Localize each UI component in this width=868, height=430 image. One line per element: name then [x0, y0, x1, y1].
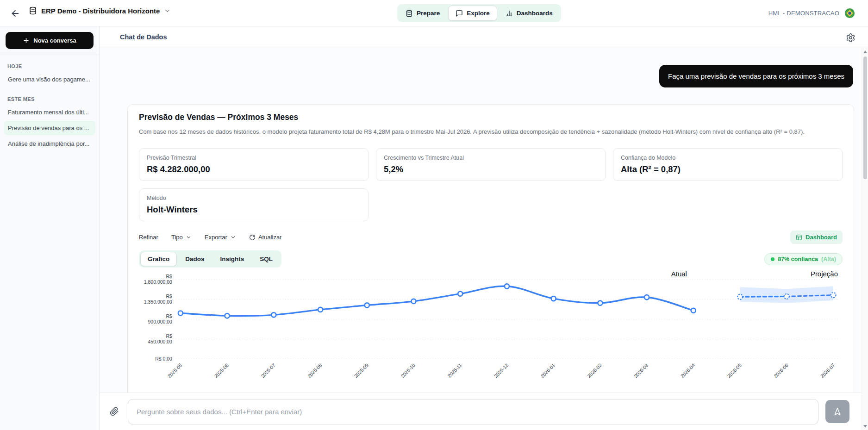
metric-label: Confiança do Modelo [621, 155, 835, 161]
environment-label: HML - DEMONSTRACAO [768, 10, 839, 17]
metric-card-method: Método Holt-Winters [139, 188, 368, 221]
svg-text:2025-08: 2025-08 [306, 362, 323, 379]
chat-title: Chat de Dados [120, 33, 167, 41]
svg-text:2025-07: 2025-07 [260, 362, 276, 379]
metric-label: Previsão Trimestral [147, 155, 361, 161]
conversation-sidebar: Nova conversa HOJE Gere uma visão dos pa… [0, 26, 100, 430]
vertical-scrollbar[interactable] [862, 48, 868, 430]
confidence-text: 87% confianca [778, 256, 818, 262]
add-to-dashboard-button[interactable]: Dashboard [790, 231, 843, 244]
svg-text:2026-02: 2026-02 [586, 362, 603, 379]
tab-explore[interactable]: Explore [448, 6, 497, 21]
svg-text:2025-06: 2025-06 [213, 362, 230, 379]
prompt-input[interactable] [128, 399, 818, 424]
app-title: ERP Demo - Distribuidora Horizonte [41, 7, 160, 15]
send-icon [833, 407, 842, 416]
svg-text:R$1.800.000,00: R$1.800.000,00 [144, 274, 172, 285]
message-composer [100, 393, 868, 430]
svg-text:2026-03: 2026-03 [633, 362, 649, 379]
tab-sql[interactable]: SQL [252, 252, 280, 266]
result-toolbar: Refinar Tipo Exportar Atualizar Das [139, 231, 843, 244]
conversation-item[interactable]: Gere uma visão dos pagame... [4, 72, 95, 87]
metric-card-growth: Crescimento vs Trimestre Atual 5,2% [376, 148, 606, 181]
forecast-report-card: Previsão de Vendas — Próximos 3 Meses Co… [127, 104, 854, 393]
actual-point-marker [225, 313, 230, 318]
confidence-badge: 87% confianca (Alta) [764, 253, 843, 265]
dashboard-label: Dashboard [806, 234, 837, 241]
export-dropdown[interactable]: Exportar [205, 234, 236, 241]
confidence-suffix: (Alta) [821, 256, 836, 262]
user-message-bubble: Faça uma previsão de vendas para os próx… [659, 65, 853, 87]
svg-text:R$450.000,00: R$450.000,00 [148, 333, 173, 344]
actual-point-marker [505, 284, 509, 289]
tab-explore-label: Explore [467, 10, 490, 17]
conversation-item[interactable]: Faturamento mensal dos últi... [4, 105, 95, 119]
projection-point-marker [831, 293, 836, 298]
brazil-flag-badge [844, 8, 855, 19]
back-button[interactable] [10, 7, 22, 19]
paperclip-icon [110, 407, 119, 416]
tab-dashboards[interactable]: Dashboards [499, 6, 560, 21]
tab-chart[interactable]: Grafico [140, 252, 177, 266]
plus-icon [23, 37, 30, 44]
svg-text:2026-05: 2026-05 [726, 362, 743, 379]
chat-bubble-icon [456, 10, 463, 17]
svg-text:2025-09: 2025-09 [353, 362, 370, 379]
dataset-switcher[interactable]: ERP Demo - Distribuidora Horizonte [29, 6, 171, 15]
tab-insights[interactable]: Insights [213, 252, 252, 266]
actual-point-marker [644, 295, 649, 299]
send-button[interactable] [825, 400, 849, 423]
refine-button[interactable]: Refinar [139, 234, 158, 241]
tab-data[interactable]: Dados [178, 252, 212, 266]
section-title-this-month: ESTE MES [0, 88, 99, 104]
refresh-button[interactable]: Atualizar [249, 234, 282, 241]
type-label: Tipo [171, 234, 183, 241]
database-icon [29, 6, 37, 15]
gear-icon [846, 33, 856, 43]
export-label: Exportar [205, 234, 227, 241]
svg-text:2025-05: 2025-05 [167, 362, 183, 379]
chart-container: R$ 0,00R$450.000,00R$900.000,00R$1.350.0… [139, 269, 843, 385]
metric-card-forecast: Previsão Trimestral R$ 4.282.000,00 [139, 148, 368, 181]
tab-prepare[interactable]: Prepare [399, 6, 447, 21]
svg-text:2025-10: 2025-10 [400, 362, 416, 379]
metric-value: Holt-Winters [147, 205, 361, 215]
svg-text:2026-04: 2026-04 [680, 362, 696, 379]
svg-text:R$1.350.000,00: R$1.350.000,00 [144, 293, 172, 305]
database-icon [406, 10, 413, 17]
sales-forecast-chart: R$ 0,00R$450.000,00R$900.000,00R$1.350.0… [139, 269, 843, 385]
report-description: Com base nos 12 meses de dados histórico… [139, 127, 824, 137]
metric-label: Crescimento vs Trimestre Atual [384, 155, 598, 161]
scroll-up-arrow[interactable] [863, 50, 867, 53]
type-dropdown[interactable]: Tipo [171, 234, 192, 241]
refresh-label: Atualizar [258, 234, 282, 241]
series-annotation: Atual [671, 270, 687, 278]
scrollbar-thumb[interactable] [863, 56, 867, 179]
attach-file-button[interactable] [110, 406, 121, 417]
conversation-item-active[interactable]: Previsão de vendas para os ... [4, 121, 95, 135]
chevron-down-icon [186, 234, 192, 240]
chevron-down-icon [230, 234, 236, 240]
new-conversation-button[interactable]: Nova conversa [6, 32, 94, 49]
settings-button[interactable] [846, 32, 856, 43]
report-title: Previsão de Vendas — Próximos 3 Meses [139, 112, 843, 122]
actual-point-marker [691, 308, 696, 313]
scroll-down-arrow[interactable] [863, 425, 867, 428]
actual-point-marker [458, 292, 462, 296]
metric-value: R$ 4.282.000,00 [147, 164, 361, 174]
tab-prepare-label: Prepare [417, 10, 440, 17]
actual-point-marker [598, 301, 602, 305]
projection-point-marker [737, 294, 743, 299]
actual-point-marker [318, 307, 323, 312]
series-annotation: Projeção [811, 270, 838, 278]
conversation-item[interactable]: Análise de inadimplência por... [4, 137, 95, 151]
actual-point-marker [178, 311, 183, 316]
svg-text:2026-06: 2026-06 [773, 362, 789, 379]
metric-label: Método [147, 195, 361, 201]
svg-text:2025-11: 2025-11 [447, 362, 463, 379]
metric-value: 5,2% [384, 164, 598, 174]
chart-gridlines [176, 280, 838, 359]
refine-label: Refinar [139, 234, 158, 241]
chat-scroll-area: Faça uma previsão de vendas para os próx… [100, 48, 868, 393]
refresh-icon [249, 234, 256, 241]
